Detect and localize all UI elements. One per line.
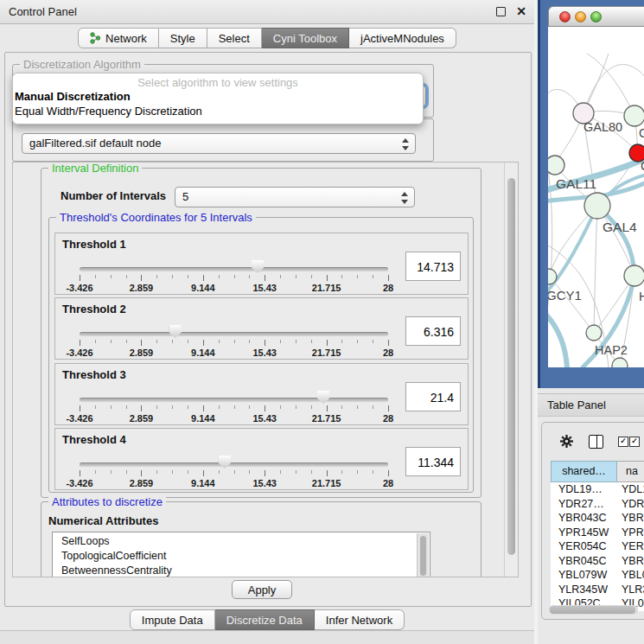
table-row[interactable]: YDL19…YDL1: [551, 482, 644, 497]
tab-impute-data[interactable]: Impute Data: [130, 609, 215, 630]
panel-title: Control Panel: [9, 0, 77, 23]
tab-cyni-toolbox[interactable]: Cyni Toolbox: [262, 28, 349, 48]
table-hscrollbar[interactable]: [549, 605, 638, 615]
algorithm-dropdown: Select algorithm to view settings Manual…: [12, 73, 424, 124]
apply-button[interactable]: Apply: [232, 580, 292, 599]
node-gal4[interactable]: [584, 193, 610, 219]
close-red-icon[interactable]: [559, 11, 571, 22]
slider-track[interactable]: [80, 332, 388, 336]
threshold-value-field[interactable]: 14.713: [405, 252, 461, 281]
cell-shared-name[interactable]: YBL079W: [551, 568, 617, 583]
column-header-name[interactable]: na: [617, 461, 644, 482]
threshold-value-field[interactable]: 11.344: [405, 447, 461, 476]
checkbox-icon[interactable]: ✓: [618, 437, 628, 447]
cell-shared-name[interactable]: YPR145W: [551, 526, 617, 540]
node-hap2[interactable]: [586, 325, 602, 341]
columns-icon[interactable]: [589, 435, 603, 449]
control-panel-titlebar: Control Panel ✕: [0, 0, 534, 24]
tab-network[interactable]: Network: [78, 28, 159, 48]
list-scrollbar[interactable]: [417, 533, 429, 577]
node-label: GAL11: [556, 176, 596, 191]
node-table-header: shared… na: [551, 461, 644, 482]
cell-name[interactable]: YDR2: [617, 497, 644, 512]
gear-icon[interactable]: [559, 434, 574, 452]
table-row[interactable]: YLR345WYLR3: [551, 583, 644, 597]
table-row[interactable]: YBL079WYBL0: [551, 568, 644, 583]
node-label: H: [639, 289, 644, 303]
node-partial-top-right[interactable]: [624, 105, 644, 126]
threshold-panel: Threshold 3-3.4262.8599.14415.4321.71528…: [54, 363, 469, 425]
cell-shared-name[interactable]: YDR27…: [551, 497, 617, 512]
cell-name[interactable]: YBL0: [617, 568, 644, 583]
node-table-body: YDL19…YDL1YDR27…YDR2YBR043CYBR0YPR145WYP…: [551, 482, 644, 611]
table-row[interactable]: YBR045CYBR0: [551, 554, 644, 569]
list-item[interactable]: TopologicalCoefficient: [53, 549, 430, 564]
cell-shared-name[interactable]: YER054C: [551, 539, 617, 554]
threshold-slider[interactable]: -3.4262.8599.14415.4321.71528: [80, 259, 388, 292]
numerical-attributes-list[interactable]: SelfLoopsTopologicalCoefficientBetweenne…: [52, 532, 430, 577]
float-icon[interactable]: [496, 7, 506, 16]
node-table: shared… na YDL19…YDL1YDR27…YDR2YBR043CYB…: [551, 461, 644, 611]
numerical-attributes-label: Numerical Attributes: [48, 514, 158, 527]
threshold-value-field[interactable]: 21.4: [405, 382, 461, 411]
table-row[interactable]: YDR27…YDR2: [551, 497, 644, 512]
cell-name[interactable]: YDL1: [617, 482, 644, 497]
dropdown-item-equal-width[interactable]: Equal Width/Frequency Discretization: [13, 104, 423, 118]
cell-name[interactable]: YER0: [617, 539, 644, 554]
tab-infer-network[interactable]: Infer Network: [315, 609, 405, 630]
num-intervals-label: Number of Intervals: [61, 189, 166, 202]
slider-track[interactable]: [80, 267, 388, 271]
zoom-green-icon[interactable]: [590, 11, 602, 22]
cell-shared-name[interactable]: YBR043C: [551, 511, 617, 526]
slider-ticks: [80, 275, 388, 282]
slider-track[interactable]: [80, 462, 388, 467]
combo-arrows-icon: [401, 191, 408, 205]
threshold-slider[interactable]: -3.4262.8599.14415.4321.71528: [80, 324, 388, 357]
minimize-yellow-icon[interactable]: [575, 11, 586, 22]
cell-name[interactable]: YLR3: [617, 583, 644, 597]
column-header-shared[interactable]: shared…: [551, 461, 617, 482]
checkbox-icon[interactable]: ✓: [629, 437, 640, 447]
table-data-combobox[interactable]: galFiltered.sif default node: [22, 133, 416, 154]
threshold-panel: Threshold 1-3.4262.8599.14415.4321.71528…: [54, 233, 469, 295]
cell-name[interactable]: YPR1: [617, 526, 644, 540]
list-item[interactable]: SelfLoops: [53, 534, 430, 549]
threshold-label: Threshold 4: [62, 433, 126, 446]
table-row[interactable]: YER054CYER0: [551, 539, 644, 554]
cell-name[interactable]: YBR0: [617, 511, 644, 526]
table-row[interactable]: YPR145WYPR1: [551, 526, 644, 540]
dropdown-item-manual-discretization[interactable]: Manual Discretization: [13, 89, 423, 104]
slider-ticks: [80, 340, 388, 347]
cell-shared-name[interactable]: YBR045C: [551, 554, 617, 569]
node-partial-right[interactable]: [624, 265, 644, 286]
threshold-label: Threshold 2: [62, 303, 126, 316]
tab-select[interactable]: Select: [207, 28, 262, 48]
node-label: GAL4: [603, 220, 637, 234]
num-intervals-combobox[interactable]: 5: [175, 187, 415, 207]
bottom-tabbar: Impute Data Discretize Data Infer Networ…: [0, 606, 534, 630]
list-item[interactable]: BetweennessCentrality: [53, 564, 430, 577]
table-row[interactable]: YBR043CYBR0: [551, 511, 644, 526]
threshold-slider[interactable]: -3.4262.8599.14415.4321.71528: [80, 455, 388, 488]
tab-style[interactable]: Style: [159, 28, 207, 48]
table-data-group: Table Data galFiltered.sif default node: [12, 118, 434, 162]
interval-definition-group: Interval Definition Number of Intervals …: [41, 168, 481, 498]
threshold-slider[interactable]: -3.4262.8599.14415.4321.71528: [80, 390, 388, 423]
tab-jactivemnodules[interactable]: jActiveMNodules: [349, 28, 456, 48]
close-icon[interactable]: ✕: [516, 0, 526, 22]
attributes-group: Attributes to discretize Numerical Attri…: [41, 501, 481, 577]
slider-track[interactable]: [80, 398, 388, 402]
cell-shared-name[interactable]: YDL19…: [551, 482, 617, 497]
network-window: GAL80 GA C GAL11 GAL4 GCY1 H HAP2: [538, 0, 644, 388]
cell-shared-name[interactable]: YLR345W: [551, 583, 617, 597]
network-icon: [90, 32, 101, 44]
settings-scrollbar[interactable]: [504, 163, 518, 577]
threshold-label: Threshold 1: [62, 238, 126, 251]
slider-tick-labels: -3.4262.8599.14415.4321.71528: [80, 413, 388, 424]
network-canvas[interactable]: GAL80 GA C GAL11 GAL4 GCY1 H HAP2: [548, 27, 644, 367]
threshold-value-field[interactable]: 6.316: [405, 316, 461, 346]
control-panel-footer: [0, 630, 534, 644]
node-gal11[interactable]: [548, 156, 564, 175]
tab-discretize-data[interactable]: Discretize Data: [215, 609, 315, 630]
cell-name[interactable]: YBR0: [617, 554, 644, 569]
